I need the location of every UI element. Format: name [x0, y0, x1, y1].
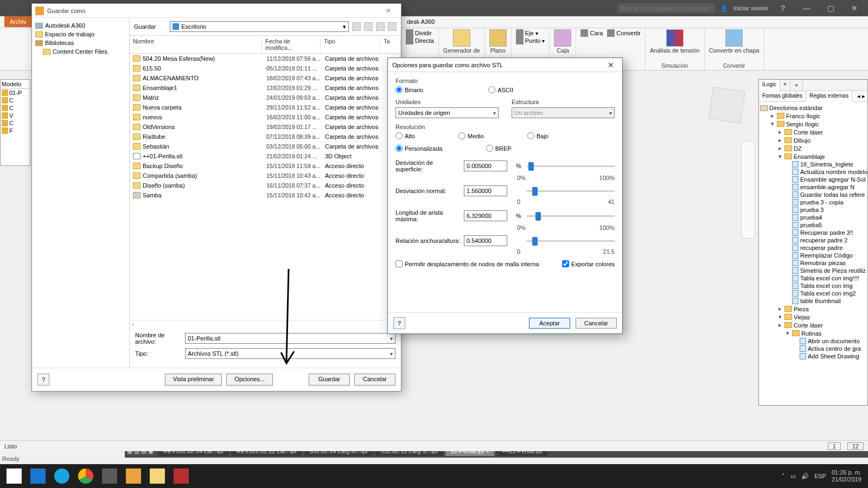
- ilogic-tab-add[interactable]: ＋: [790, 80, 803, 91]
- tree-node[interactable]: prueba5: [759, 221, 867, 229]
- tree-node[interactable]: Simetria de Pieza reutiliz: [759, 267, 867, 274]
- tree-node[interactable]: Recuperar padre 3!!: [759, 229, 867, 236]
- clock[interactable]: 01:26 p. m. 21/02/2019: [832, 469, 861, 483]
- tree-node[interactable]: Actualiza nombre modelo: [759, 168, 867, 176]
- tree-node[interactable]: Remobrar piezas: [759, 259, 867, 267]
- tree-toggle[interactable]: ▸: [777, 129, 783, 136]
- ribbon-plano[interactable]: Plano: [489, 29, 507, 54]
- file-row[interactable]: 615.5005/12/2018 01:11 ...Carpeta de arc…: [130, 63, 401, 73]
- tree-node[interactable]: recuperar padre: [759, 244, 867, 252]
- radio-ascii[interactable]: ASCII: [488, 86, 513, 93]
- tree-node[interactable]: Guardar todas las refere: [759, 191, 867, 198]
- a360-tab[interactable]: desk A360: [401, 16, 440, 27]
- ribbon-punto[interactable]: Punto ▾: [516, 37, 545, 44]
- edge-slider[interactable]: [527, 211, 615, 221]
- newfolder-icon[interactable]: [376, 22, 385, 31]
- stl-dialog-close[interactable]: ✕: [604, 60, 618, 70]
- tree-node[interactable]: ▸Corte láser: [759, 128, 867, 136]
- tray-network-icon[interactable]: ▭: [790, 473, 796, 480]
- normdev-slider[interactable]: [527, 186, 615, 196]
- ilogic-subtab-formas[interactable]: Formas globales: [759, 91, 806, 101]
- stl-cancel-button[interactable]: Cancelar: [576, 318, 617, 329]
- stl-ok-button[interactable]: Aceptar: [529, 318, 570, 329]
- views-icon[interactable]: [388, 22, 397, 31]
- task-chrome[interactable]: [74, 464, 98, 488]
- col-date[interactable]: Fecha de modifica...: [262, 36, 321, 53]
- tree-node[interactable]: Reemplazar Código: [759, 252, 867, 259]
- system-tray[interactable]: ˄ ▭ 🔊 ESP 01:26 p. m. 21/02/2019: [782, 469, 866, 483]
- file-row[interactable]: Diseño (samba)16/11/2018 07:37 a...Acces…: [130, 181, 401, 190]
- tree-node[interactable]: Add Sheet Drawing: [759, 352, 867, 360]
- options-button[interactable]: Opciones...: [226, 374, 273, 386]
- task-explorer[interactable]: [145, 464, 169, 488]
- tree-toggle[interactable]: ▸: [770, 112, 775, 119]
- task-app1[interactable]: [98, 464, 122, 488]
- ilogic-tab[interactable]: iLogic: [759, 80, 780, 91]
- tray-volume-icon[interactable]: 🔊: [801, 473, 809, 480]
- radio-brep[interactable]: BREP: [486, 145, 512, 152]
- close-button[interactable]: ✕: [845, 4, 864, 12]
- ribbon-caja[interactable]: Caja: [554, 29, 571, 54]
- tree-toggle[interactable]: ▸: [777, 305, 783, 312]
- ilogic-tab-close[interactable]: ×: [780, 80, 790, 91]
- stl-dialog-titlebar[interactable]: Opciones para guardar como archivo STL ✕: [388, 58, 622, 72]
- tree-node[interactable]: prueba 3 - copia: [759, 198, 867, 206]
- tree-node[interactable]: ▸DZ: [759, 144, 867, 152]
- save-dialog-titlebar[interactable]: Guardar como ×: [32, 4, 401, 18]
- view-cube[interactable]: [709, 87, 745, 124]
- units-combo[interactable]: Unidades de origen: [395, 107, 499, 118]
- file-row[interactable]: Sebastián03/12/2018 05:00 a...Carpeta de…: [130, 142, 401, 151]
- tree-node[interactable]: prueba 3: [759, 206, 867, 214]
- save-dialog-close[interactable]: ×: [379, 6, 398, 16]
- col-name[interactable]: Nombre: [130, 36, 262, 53]
- file-list-header[interactable]: Nombre Fecha de modifica... Tipo Ta: [130, 35, 401, 54]
- model-browser-item[interactable]: C: [1, 104, 30, 112]
- tree-root[interactable]: Directorios estándar: [769, 105, 822, 111]
- preview-button[interactable]: Vista preliminar: [165, 374, 222, 386]
- tree-node[interactable]: ▾Ensamblaje: [759, 152, 867, 160]
- save-location-combo[interactable]: Escritorio ▾: [170, 21, 349, 32]
- tree-node[interactable]: prueba4: [759, 214, 867, 221]
- file-row[interactable]: Radtube07/12/2018 08:39 a...Carpeta de a…: [130, 132, 401, 142]
- radio-bajo[interactable]: Bajo: [527, 132, 548, 139]
- file-row[interactable]: nuevos16/02/2019 11:00 a...Carpeta de ar…: [130, 112, 401, 122]
- ribbon-convertir-chapa[interactable]: Convertir en chapa: [709, 29, 760, 54]
- tray-up-icon[interactable]: ˄: [782, 473, 785, 480]
- tree-node[interactable]: Tabla excel con img: [759, 282, 867, 290]
- up-icon[interactable]: [364, 22, 373, 31]
- tree-node[interactable]: 18_Simetria_Inglete: [759, 160, 867, 168]
- sign-in-link[interactable]: Iniciar sesión: [733, 5, 768, 11]
- aspect-input[interactable]: [464, 235, 507, 246]
- file-row[interactable]: 504.20 Mesa Esferas(New)11/12/2018 07:56…: [130, 54, 401, 63]
- tree-node[interactable]: ▾Rutinas: [759, 329, 867, 337]
- radio-medio[interactable]: Medio: [458, 132, 484, 139]
- tree-node[interactable]: ▸Corte láser: [759, 321, 867, 329]
- tree-toggle[interactable]: ▸: [777, 145, 783, 152]
- tree-toggle[interactable]: ▾: [785, 330, 790, 337]
- tree-node[interactable]: ▸Franco Ilogic: [759, 112, 867, 120]
- filetype-combo[interactable]: Archivos STL (*.stl): [185, 348, 395, 359]
- file-row[interactable]: Nueva carpeta29/11/2018 11:52 a...Carpet…: [130, 102, 401, 112]
- minimize-button[interactable]: —: [797, 4, 816, 12]
- file-row[interactable]: Matriz24/01/2019 09:03 a...Carpeta de ar…: [130, 93, 401, 102]
- task-outlook[interactable]: [26, 464, 50, 488]
- model-browser-item[interactable]: 01-P: [1, 89, 30, 97]
- nav-libraries[interactable]: Bibliotecas: [35, 38, 126, 47]
- file-row[interactable]: ALMACENAMIENTO18/02/2019 07:43 a...Carpe…: [130, 73, 401, 83]
- nav-workspace[interactable]: Espacio de trabajo: [35, 30, 126, 38]
- filename-input[interactable]: 01-Perilla.stl: [185, 333, 395, 344]
- maximize-button[interactable]: ▢: [821, 4, 840, 12]
- help-icon[interactable]: ?: [774, 4, 792, 12]
- file-row[interactable]: ++01-Perilla.stl21/02/2019 01:24 ...3D O…: [130, 151, 401, 161]
- tree-node[interactable]: Ensamble agregar N-Sol: [759, 176, 867, 183]
- tree-node[interactable]: Tabla excel con img!!!!: [759, 274, 867, 282]
- model-browser-item[interactable]: V: [1, 112, 30, 119]
- save-button[interactable]: Guardar: [309, 374, 350, 386]
- model-browser-item[interactable]: C: [1, 119, 30, 127]
- ribbon-cara[interactable]: Cara: [580, 29, 603, 37]
- nav-a360[interactable]: Autodesk A360: [35, 21, 126, 30]
- ribbon-dividir[interactable]: Dividir: [406, 29, 434, 37]
- cancel-button[interactable]: Cancelar: [354, 374, 395, 386]
- edge-input[interactable]: [464, 210, 507, 221]
- h-scroll-hint[interactable]: ‹: [130, 320, 401, 328]
